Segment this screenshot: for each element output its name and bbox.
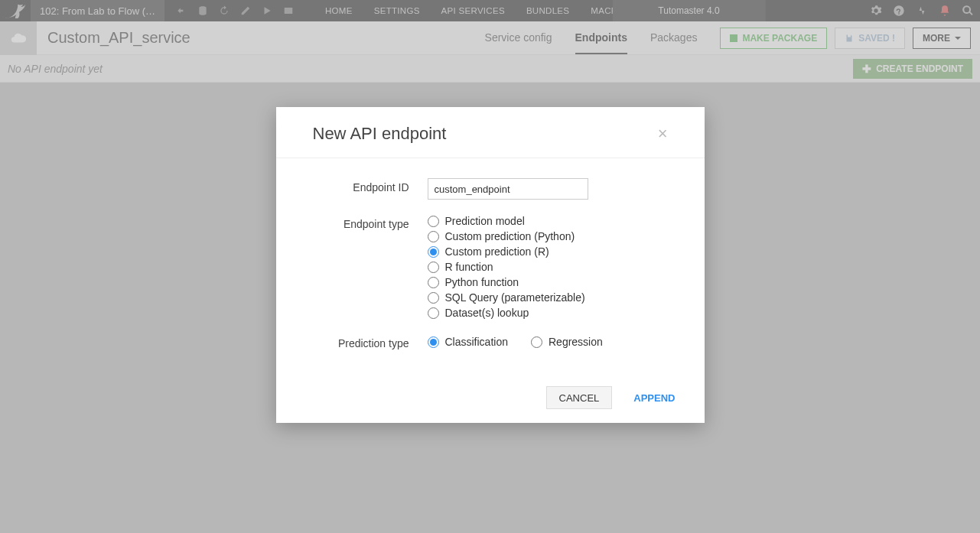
close-icon[interactable]: × [658,125,668,142]
type-option[interactable]: Dataset(s) lookup [428,307,668,319]
type-radio[interactable] [428,292,439,304]
modal-title: New API endpoint [313,124,447,144]
type-option[interactable]: Python function [428,276,668,288]
type-radio[interactable] [428,262,439,273]
type-radio[interactable] [428,307,439,319]
endpoint-id-input[interactable] [428,178,588,200]
type-radio[interactable] [428,246,439,258]
new-endpoint-modal: New API endpoint × Endpoint ID Endpoint … [276,107,705,423]
pred-option[interactable]: Classification [428,334,508,349]
type-radio[interactable] [428,216,439,227]
pred-radio[interactable] [531,336,542,348]
pred-option[interactable]: Regression [531,334,603,349]
cancel-button[interactable]: CANCEL [546,386,613,409]
endpoint-id-label: Endpoint ID [313,178,428,200]
type-option[interactable]: SQL Query (parameterizable) [428,291,668,304]
type-option[interactable]: Custom prediction (Python) [428,230,668,242]
type-radio[interactable] [428,277,439,288]
type-option[interactable]: R function [428,261,668,273]
type-option[interactable]: Prediction model [428,215,668,227]
endpoint-type-label: Endpoint type [313,215,428,319]
modal-overlay: New API endpoint × Endpoint ID Endpoint … [0,0,980,533]
append-button[interactable]: APPEND [623,386,685,409]
prediction-type-label: Prediction type [313,334,428,349]
pred-radio[interactable] [428,336,439,348]
type-radio[interactable] [428,231,439,242]
type-option[interactable]: Custom prediction (R) [428,245,668,258]
